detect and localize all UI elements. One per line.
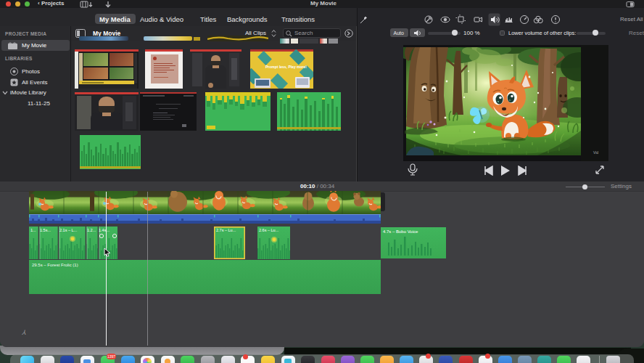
svg-text:1...: 1... [30, 228, 36, 232]
svg-text:2.1s – L...: 2.1s – L... [59, 228, 78, 232]
svg-text:2.7s – Lu...: 2.7s – Lu... [216, 228, 236, 232]
svg-text:1.4s...: 1.4s... [99, 228, 110, 232]
svg-text:4.7s – Bobo Voice: 4.7s – Bobo Voice [383, 229, 418, 234]
svg-text:1.5s...: 1.5s... [40, 228, 51, 232]
svg-text:Vid: Vid [593, 150, 598, 155]
svg-text:1.2...: 1.2... [87, 228, 96, 232]
svg-text:2.6s – Lu...: 2.6s – Lu... [259, 228, 279, 232]
